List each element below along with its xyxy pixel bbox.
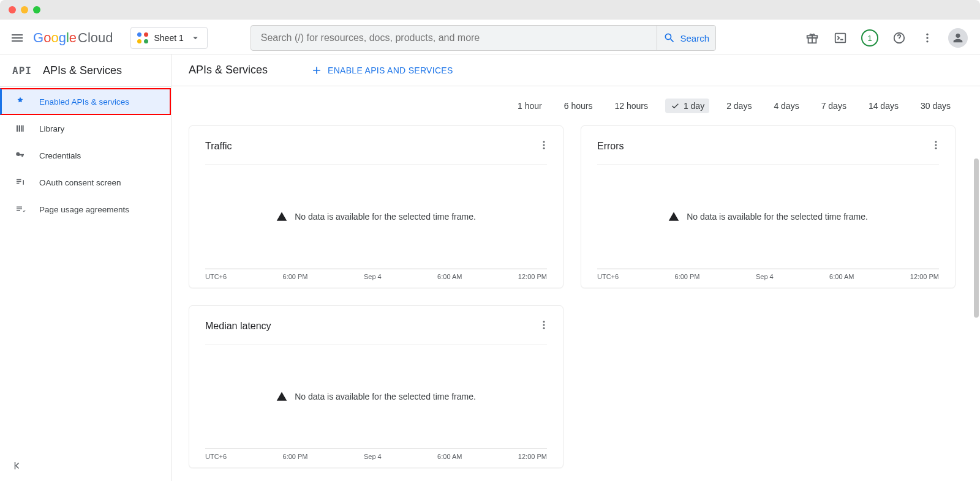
hamburger-menu-icon[interactable] <box>10 31 24 45</box>
cards-grid: TrafficNo data is available for the sele… <box>172 121 980 480</box>
sidebar-item-credentials[interactable]: Credentials <box>0 142 171 169</box>
svg-rect-2 <box>835 34 846 43</box>
project-name: Sheet 1 <box>154 33 184 43</box>
warning-icon <box>276 391 287 402</box>
warning-icon <box>668 211 679 222</box>
time-chip[interactable]: 30 days <box>916 99 956 113</box>
time-chip[interactable]: 12 hours <box>609 99 652 113</box>
svg-point-6 <box>926 40 928 42</box>
card-body: No data is available for the selected ti… <box>189 165 563 269</box>
enable-apis-button[interactable]: ENABLE APIS AND SERVICES <box>311 64 453 76</box>
cloud-shell-icon[interactable] <box>833 31 848 45</box>
sidebar-item-label: Library <box>39 124 64 133</box>
svg-point-10 <box>935 141 937 143</box>
no-data-message: No data is available for the selected ti… <box>295 392 476 401</box>
enable-apis-label: ENABLE APIS AND SERVICES <box>328 65 453 75</box>
axis-tick: 6:00 PM <box>283 273 308 280</box>
no-data-message: No data is available for the selected ti… <box>687 212 868 222</box>
sidebar: API APIs & Services Enabled APIs & servi… <box>0 54 172 481</box>
axis-tick: Sep 4 <box>364 273 382 280</box>
axis-tick: UTC+6 <box>597 273 619 280</box>
card-menu-icon[interactable] <box>538 140 549 153</box>
search-icon <box>663 32 676 44</box>
search-button[interactable]: Search <box>657 26 715 50</box>
svg-point-5 <box>926 37 928 39</box>
time-chip[interactable]: 14 days <box>864 99 903 113</box>
time-chip[interactable]: 1 hour <box>513 99 547 113</box>
account-avatar[interactable] <box>948 28 968 48</box>
metric-card: TrafficNo data is available for the sele… <box>189 125 564 288</box>
time-chip[interactable]: 1 day <box>665 99 709 113</box>
card-axis: UTC+66:00 PMSep 46:00 AM12:00 PM <box>205 449 547 460</box>
sidebar-divider <box>0 86 171 87</box>
project-picker[interactable]: Sheet 1 <box>130 27 208 49</box>
search-input[interactable] <box>251 32 657 43</box>
search-button-label: Search <box>680 33 710 43</box>
card-menu-icon[interactable] <box>538 319 549 333</box>
check-icon <box>670 101 680 111</box>
card-title: Errors <box>597 141 624 152</box>
time-range-selector: 1 hour6 hours12 hours1 day2 days4 days7 … <box>172 86 980 121</box>
axis-tick: UTC+6 <box>205 273 227 280</box>
card-title: Median latency <box>205 321 271 332</box>
axis-tick: 6:00 AM <box>829 273 854 280</box>
card-menu-icon[interactable] <box>930 140 941 153</box>
card-body: No data is available for the selected ti… <box>581 165 955 269</box>
svg-point-14 <box>543 324 545 326</box>
project-icon <box>137 32 148 43</box>
axis-tick: 6:00 PM <box>675 273 700 280</box>
header-bar: Google Cloud Sheet 1 Search 1 <box>0 22 980 54</box>
axis-tick: 6:00 AM <box>437 453 462 460</box>
axis-tick: 6:00 AM <box>437 273 462 280</box>
page-title: APIs & Services <box>189 64 268 76</box>
key-icon <box>15 150 26 161</box>
time-chip[interactable]: 2 days <box>722 99 756 113</box>
sidebar-item-page-usage[interactable]: Page usage agreements <box>0 196 171 223</box>
gift-icon[interactable] <box>805 31 820 45</box>
svg-point-9 <box>543 147 545 149</box>
notification-count: 1 <box>867 34 872 43</box>
axis-tick: 12:00 PM <box>518 273 547 280</box>
svg-point-8 <box>543 144 545 146</box>
logo-letter: e <box>69 30 77 45</box>
axis-tick: 12:00 PM <box>910 273 939 280</box>
main-area: APIs & Services ENABLE APIS AND SERVICES… <box>172 54 980 481</box>
card-body: No data is available for the selected ti… <box>189 345 563 449</box>
notifications-badge[interactable]: 1 <box>861 29 878 47</box>
logo-letter: o <box>51 30 58 45</box>
window-chrome <box>0 0 980 20</box>
help-icon[interactable] <box>892 31 907 45</box>
chevron-down-icon <box>190 32 201 43</box>
collapse-sidebar-icon[interactable] <box>12 460 23 474</box>
card-axis: UTC+66:00 PMSep 46:00 AM12:00 PM <box>205 269 547 280</box>
axis-tick: 12:00 PM <box>518 453 547 460</box>
main-header: APIs & Services ENABLE APIS AND SERVICES <box>172 54 980 86</box>
logo-letter: g <box>59 30 66 45</box>
axis-tick: UTC+6 <box>205 453 227 460</box>
sidebar-item-enabled-apis[interactable]: Enabled APIs & services <box>0 88 171 115</box>
api-logo-icon: API <box>12 65 32 76</box>
time-chip[interactable]: 6 hours <box>559 99 598 113</box>
minimize-window-icon[interactable] <box>21 6 28 13</box>
google-cloud-logo[interactable]: Google Cloud <box>33 30 113 46</box>
scrollbar[interactable] <box>974 158 979 318</box>
agreements-icon <box>15 204 26 215</box>
time-chip[interactable]: 4 days <box>769 99 804 113</box>
sidebar-item-label: Credentials <box>39 151 81 160</box>
metric-card: Median latencyNo data is available for t… <box>189 305 564 468</box>
maximize-window-icon[interactable] <box>33 6 40 13</box>
more-vert-icon[interactable] <box>920 31 935 45</box>
close-window-icon[interactable] <box>9 6 16 13</box>
sidebar-item-label: OAuth consent screen <box>39 178 121 187</box>
axis-tick: 6:00 PM <box>283 453 308 460</box>
sidebar-item-oauth[interactable]: OAuth consent screen <box>0 169 171 196</box>
enabled-apis-icon <box>15 96 26 107</box>
svg-point-12 <box>935 147 937 149</box>
brand-suffix: Cloud <box>78 30 113 46</box>
card-axis: UTC+66:00 PMSep 46:00 AM12:00 PM <box>597 269 939 280</box>
axis-tick: Sep 4 <box>756 273 774 280</box>
logo-letter: G <box>33 30 43 45</box>
time-chip[interactable]: 7 days <box>816 99 851 113</box>
sidebar-item-library[interactable]: Library <box>0 115 171 142</box>
svg-point-7 <box>543 141 545 143</box>
